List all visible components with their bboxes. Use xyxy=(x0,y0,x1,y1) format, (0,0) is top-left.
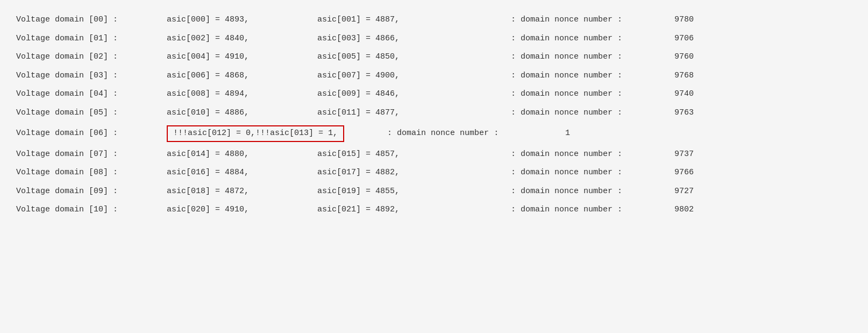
asic2-value: asic[021] = 4892, xyxy=(317,204,468,216)
domain-label: Voltage domain [07] : xyxy=(16,148,167,161)
nonce-label: : domain nonce number : xyxy=(511,33,651,45)
domain-label: Voltage domain [01] : xyxy=(16,33,167,45)
table-row: Voltage domain [01] : asic[002] = 4840, … xyxy=(16,30,852,48)
nonce-value: 9802 xyxy=(651,204,694,216)
asic1-value: asic[016] = 4884, xyxy=(167,167,317,179)
table-row: Voltage domain [02] : asic[004] = 4910, … xyxy=(16,48,852,67)
asic2-prefix: !!! xyxy=(255,127,270,140)
domain-label: Voltage domain [08] : xyxy=(16,167,167,179)
asic2-value: asic[007] = 4900, xyxy=(317,70,468,82)
asic1-value: asic[010] = 4886, xyxy=(167,107,317,119)
table-row: Voltage domain [04] : asic[008] = 4894, … xyxy=(16,85,852,104)
asic1-value: asic[012] = 0, xyxy=(188,127,255,140)
nonce-value: 9763 xyxy=(651,107,694,119)
nonce-value: 1 xyxy=(527,127,570,140)
asic2-value: asic[005] = 4850, xyxy=(317,51,468,63)
asic2-value: asic[011] = 4877, xyxy=(317,107,468,119)
table-row: Voltage domain [07] : asic[014] = 4880, … xyxy=(16,145,852,164)
asic1-value: asic[002] = 4840, xyxy=(167,33,317,45)
nonce-label: : domain nonce number : xyxy=(511,107,651,119)
asic1-value: asic[008] = 4894, xyxy=(167,88,317,101)
domain-label: Voltage domain [06] : xyxy=(16,127,167,140)
asic1-value: asic[020] = 4910, xyxy=(167,204,317,216)
table-row: Voltage domain [10] : asic[020] = 4910, … xyxy=(16,201,852,219)
table-row: Voltage domain [05] : asic[010] = 4886, … xyxy=(16,104,852,123)
nonce-value: 9760 xyxy=(651,51,694,63)
asic1-value: asic[006] = 4868, xyxy=(167,70,317,82)
table-row: Voltage domain [08] : asic[016] = 4884, … xyxy=(16,164,852,182)
nonce-label: : domain nonce number : xyxy=(511,88,651,101)
nonce-label: : domain nonce number : xyxy=(511,148,651,161)
domain-label: Voltage domain [03] : xyxy=(16,70,167,82)
nonce-value: 9780 xyxy=(651,14,694,26)
asic2-value: asic[017] = 4882, xyxy=(317,167,468,179)
log-container: Voltage domain [00] : asic[000] = 4893, … xyxy=(16,11,852,219)
nonce-label: : domain nonce number : xyxy=(511,167,651,179)
table-row: Voltage domain [00] : asic[000] = 4893, … xyxy=(16,11,852,30)
asic2-value: asic[019] = 4855, xyxy=(317,186,468,198)
table-row: Voltage domain [09] : asic[018] = 4872, … xyxy=(16,182,852,201)
domain-label: Voltage domain [10] : xyxy=(16,204,167,216)
domain-label: Voltage domain [09] : xyxy=(16,186,167,198)
asic1-value: asic[014] = 4880, xyxy=(167,148,317,161)
domain-label: Voltage domain [02] : xyxy=(16,51,167,63)
asic2-value: asic[001] = 4887, xyxy=(317,14,468,26)
nonce-value: 9706 xyxy=(651,33,694,45)
asic1-prefix: !!! xyxy=(173,127,188,140)
nonce-label: : domain nonce number : xyxy=(511,70,651,82)
nonce-label: : domain nonce number : xyxy=(511,186,651,198)
asic1-value: asic[004] = 4910, xyxy=(167,51,317,63)
asic2-value: asic[015] = 4857, xyxy=(317,148,468,161)
nonce-value: 9737 xyxy=(651,148,694,161)
table-row: Voltage domain [06] : !!! asic[012] = 0,… xyxy=(16,122,852,145)
domain-label: Voltage domain [00] : xyxy=(16,14,167,26)
asic2-value: asic[009] = 4846, xyxy=(317,88,468,101)
nonce-value: 9766 xyxy=(651,167,694,179)
nonce-label: : domain nonce number : xyxy=(511,204,651,216)
nonce-label: : domain nonce number : xyxy=(511,14,651,26)
nonce-value: 9727 xyxy=(651,186,694,198)
domain-label: Voltage domain [04] : xyxy=(16,88,167,101)
table-row: Voltage domain [03] : asic[006] = 4868, … xyxy=(16,67,852,86)
nonce-label: : domain nonce number : xyxy=(387,127,527,140)
nonce-value: 9768 xyxy=(651,70,694,82)
nonce-value: 9740 xyxy=(651,88,694,101)
asic1-value: asic[018] = 4872, xyxy=(167,186,317,198)
asic2-value: asic[013] = 1, xyxy=(270,127,338,140)
asic2-value: asic[003] = 4866, xyxy=(317,33,468,45)
nonce-label: : domain nonce number : xyxy=(511,51,651,63)
domain-label: Voltage domain [05] : xyxy=(16,107,167,119)
asic1-value: asic[000] = 4893, xyxy=(167,14,317,26)
